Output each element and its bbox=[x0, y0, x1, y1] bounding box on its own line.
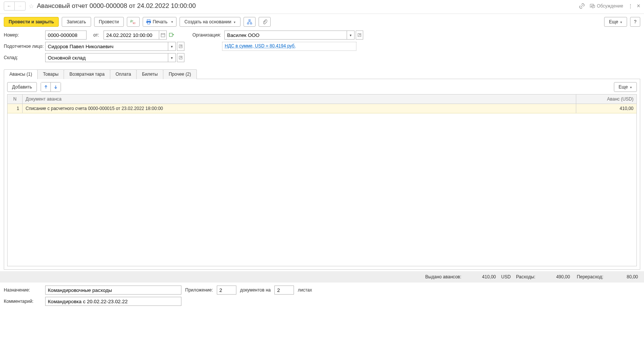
arrow-down-icon bbox=[53, 85, 58, 89]
move-up-button[interactable] bbox=[41, 82, 51, 92]
save-button[interactable]: Записать bbox=[62, 17, 91, 27]
from-label: от: bbox=[93, 32, 99, 38]
docs-text: документов на bbox=[240, 287, 271, 293]
org-label: Организация: bbox=[192, 32, 224, 38]
tab-payment[interactable]: Оплата bbox=[110, 69, 137, 79]
nav-buttons: ← → bbox=[4, 2, 26, 11]
create-based-button[interactable]: Создать на основании bbox=[180, 17, 241, 27]
tabs: Авансы (1) Товары Возвратная тара Оплата… bbox=[4, 69, 640, 79]
help-button[interactable]: ? bbox=[630, 17, 640, 27]
advances-grid: N Документ аванса Аванс (USD) 1 Списание… bbox=[7, 94, 637, 266]
dt-kt-icon: ДтКт bbox=[130, 19, 136, 24]
col-doc-header[interactable]: Документ аванса bbox=[23, 95, 576, 104]
warehouse-label: Склад: bbox=[4, 55, 45, 60]
forward-button[interactable]: → bbox=[15, 2, 25, 10]
open-icon bbox=[179, 56, 183, 60]
attach-count-input[interactable] bbox=[217, 286, 236, 295]
calendar-icon bbox=[161, 33, 165, 37]
row-amt: 410,00 bbox=[576, 104, 636, 113]
structure-icon bbox=[247, 19, 252, 24]
over-label: Перерасход: bbox=[577, 274, 603, 279]
svg-rect-4 bbox=[148, 22, 150, 24]
vat-link[interactable]: НДС в сумме, USD = 80,4194 руб. bbox=[222, 42, 356, 51]
discussion-label: Обсуждение bbox=[597, 3, 623, 9]
org-input[interactable] bbox=[224, 31, 347, 40]
number-label: Номер: bbox=[4, 32, 45, 38]
svg-rect-5 bbox=[249, 20, 250, 21]
svg-rect-8 bbox=[161, 34, 165, 37]
arrow-up-icon bbox=[44, 85, 48, 89]
post-close-button[interactable]: Провести и закрыть bbox=[4, 17, 59, 27]
date-input[interactable] bbox=[104, 31, 159, 40]
link-icon[interactable] bbox=[579, 3, 585, 9]
sheets-text: листах bbox=[298, 287, 312, 293]
comment-input[interactable] bbox=[45, 297, 181, 306]
col-amt-header[interactable]: Аванс (USD) bbox=[576, 95, 636, 104]
person-open-button[interactable] bbox=[177, 42, 184, 51]
warehouse-dropdown-button[interactable]: ▾ bbox=[168, 53, 176, 62]
open-icon bbox=[358, 33, 361, 37]
discussion-button[interactable]: Обсуждение bbox=[589, 3, 623, 9]
paperclip-icon bbox=[262, 19, 267, 24]
svg-rect-7 bbox=[250, 23, 252, 24]
over-value: 80,00 bbox=[608, 274, 638, 279]
warehouse-open-button[interactable] bbox=[177, 53, 184, 62]
tab-advances[interactable]: Авансы (1) bbox=[4, 69, 38, 79]
attachment-button[interactable] bbox=[259, 17, 271, 27]
purpose-input[interactable] bbox=[45, 286, 181, 295]
col-n-header[interactable]: N bbox=[8, 95, 23, 104]
tab-tickets[interactable]: Билеты bbox=[136, 69, 163, 79]
expenses-label: Расходы: bbox=[516, 274, 536, 279]
open-icon bbox=[179, 44, 183, 48]
summary-bar: Выдано авансов: 410,00 USD Расходы: 490,… bbox=[0, 271, 644, 282]
sub-more-button[interactable]: Еще bbox=[614, 82, 637, 92]
org-dropdown-button[interactable]: ▾ bbox=[347, 31, 355, 40]
person-dropdown-button[interactable]: ▾ bbox=[168, 42, 176, 51]
print-button[interactable]: Печать bbox=[143, 17, 177, 27]
person-label: Подотчетное лицо: bbox=[4, 44, 45, 49]
date-extra-icon[interactable] bbox=[169, 32, 174, 38]
kebab-menu-icon[interactable]: ⋮ bbox=[628, 3, 632, 9]
calendar-button[interactable] bbox=[159, 31, 167, 40]
post-button[interactable]: Провести bbox=[94, 17, 124, 27]
printer-icon bbox=[146, 19, 151, 24]
sheets-count-input[interactable] bbox=[274, 286, 294, 295]
page-title: Авансовый отчет 0000-000008 от 24.02.202… bbox=[37, 2, 579, 10]
tab-tare[interactable]: Возвратная тара bbox=[64, 69, 110, 79]
expenses-value: 490,00 bbox=[540, 274, 570, 279]
purpose-label: Назначение: bbox=[4, 287, 45, 293]
comment-label: Комментарий: bbox=[4, 299, 45, 304]
more-button[interactable]: Еще bbox=[604, 17, 627, 27]
currency-label: USD bbox=[501, 274, 511, 279]
move-down-button[interactable] bbox=[51, 82, 61, 92]
grid-header: N Документ аванса Аванс (USD) bbox=[8, 95, 636, 104]
favorite-star-icon[interactable]: ☆ bbox=[29, 3, 34, 10]
issued-label: Выдано авансов: bbox=[425, 274, 461, 279]
svg-text:Кт: Кт bbox=[133, 22, 136, 24]
add-button[interactable]: Добавить bbox=[7, 82, 37, 92]
svg-rect-6 bbox=[247, 23, 249, 24]
svg-rect-2 bbox=[147, 20, 150, 21]
row-doc: Списание с расчетного счета 0000-000015 … bbox=[23, 104, 576, 113]
org-open-button[interactable] bbox=[356, 31, 363, 40]
tab-other[interactable]: Прочее (2) bbox=[163, 69, 196, 79]
issued-value: 410,00 bbox=[466, 274, 496, 279]
back-button[interactable]: ← bbox=[4, 2, 15, 10]
svg-rect-12 bbox=[169, 33, 172, 37]
dt-kt-button[interactable]: ДтКт bbox=[127, 17, 140, 27]
attach-label: Приложение: bbox=[185, 287, 213, 293]
tab-goods[interactable]: Товары bbox=[37, 69, 64, 79]
warehouse-input[interactable] bbox=[45, 53, 168, 62]
structure-button[interactable] bbox=[244, 17, 256, 27]
row-n: 1 bbox=[8, 104, 23, 113]
person-input[interactable] bbox=[45, 42, 168, 51]
number-input[interactable] bbox=[45, 31, 87, 40]
grid-row[interactable]: 1 Списание с расчетного счета 0000-00001… bbox=[8, 104, 636, 113]
close-icon[interactable]: × bbox=[637, 3, 640, 9]
print-label: Печать bbox=[153, 19, 167, 24]
